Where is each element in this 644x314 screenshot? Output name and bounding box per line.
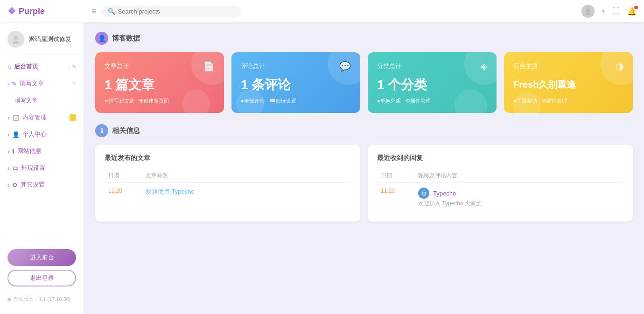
search-input[interactable] <box>118 8 235 15</box>
version-info: 当前版本：1.1 (17.10.30) <box>0 292 84 307</box>
related-info-header: ℹ 相关信息 <box>95 124 633 137</box>
sub-item-label: 撰写文章 <box>15 97 37 104</box>
card-icon: ◈ <box>480 61 487 72</box>
sidebar: 聚码屋测试修复 ⌂ 后台首页 ‹ ✎ › ✎ 撰写文章 <box>0 22 84 314</box>
related-info-title: 相关信息 <box>112 126 140 135</box>
comment-text: 欢迎加入 Typecho 大家族 <box>418 200 620 208</box>
col-date: 日期 <box>105 169 142 183</box>
content-icon: 📋 <box>12 114 20 121</box>
card-link-appearance[interactable]: ●更换外观 <box>377 98 401 105</box>
menu-icon[interactable]: ≡ <box>91 7 97 16</box>
edit-icon: ✎ <box>72 64 76 70</box>
stat-card-comments: 评论总计 💬 1 条评论 ●全部评论 📖阅读设置 <box>231 52 360 113</box>
card-icon: ◑ <box>616 61 623 72</box>
sidebar-item-label: 网站信息 <box>17 147 42 155</box>
sidebar-item-label: 个人中心 <box>22 130 47 139</box>
stat-card-categories: 分类总计 ◈ 1 个分类 ●更换外观 ⚙插件管理 <box>368 52 497 113</box>
main-content: 👤 博客数据 文章总计 📄 1 篇文章 ✏撰写新文章 ✚创建新页面 <box>84 22 644 314</box>
search-icon: 🔍 <box>108 8 115 15</box>
sidebar-item-label: 内容管理 <box>22 113 47 122</box>
app-name: Purple <box>19 7 45 16</box>
logout-button[interactable]: 退出登录 <box>7 270 76 286</box>
folder-icon: 🗂 <box>12 165 18 172</box>
card-value: Fresh久别重逢 <box>513 78 623 91</box>
sidebar-buttons: 进入前台 退出登录 <box>0 244 84 292</box>
badge-icon <box>70 114 76 121</box>
search-bar: 🔍 <box>101 6 241 17</box>
card-label: 分类总计 <box>377 62 401 70</box>
card-link-new-page[interactable]: ✚创建新页面 <box>139 98 169 105</box>
info-icon: ℹ <box>12 148 14 155</box>
sidebar-item-site[interactable]: ‹ ℹ 网站信息 <box>0 143 84 160</box>
sidebar-item-settings[interactable]: ‹ ⚙ 其它设置 <box>0 176 84 193</box>
home-icon: ⌂ <box>7 63 11 70</box>
sidebar-sub-item-write[interactable]: 撰写文章 <box>15 94 84 107</box>
chevron-icon: ‹ <box>7 181 9 188</box>
stat-card-articles: 文章总计 📄 1 篇文章 ✏撰写新文章 ✚创建新页面 <box>95 52 224 113</box>
profile-icon: 👤 <box>12 131 20 138</box>
gear-icon: ⚙ <box>12 181 18 188</box>
table-row: 11.20 ⏻ Typecho 欢迎加入 Typecho 大家族 <box>377 183 623 213</box>
card-label: 文章总计 <box>105 62 129 70</box>
chevron-icon: ‹ <box>7 165 9 172</box>
user-avatar <box>7 31 24 48</box>
svg-point-3 <box>12 41 20 44</box>
article-date: 11.20 <box>105 183 142 201</box>
sidebar-item-appearance[interactable]: ‹ 🗂 外观设置 <box>0 160 84 176</box>
lower-section: 最近发布的文章 日期 文章标题 11.20 欢迎使用 Typecho <box>95 145 633 222</box>
card-links: ●全部评论 📖阅读设置 <box>241 98 351 105</box>
col-title: 文章标题 <box>142 169 351 183</box>
col-date: 日期 <box>377 169 414 183</box>
recent-articles-title: 最近发布的文章 <box>105 154 351 162</box>
top-navigation: ❖ Purple ≡ 🔍 ▾ ⛶ 🔔 <box>0 0 644 22</box>
version-label: 当前版本：1.1 (17.10.30) <box>13 296 71 303</box>
svg-point-2 <box>14 36 18 41</box>
sidebar-item-label: 后台首页 <box>14 63 38 71</box>
related-info-icon: ℹ <box>95 124 108 137</box>
notification-badge <box>634 6 638 9</box>
sidebar-item-label: 外观设置 <box>21 164 45 172</box>
blog-data-title: 博客数据 <box>112 34 140 43</box>
card-label: 后台主题 <box>513 62 538 70</box>
card-links: ✏撰写新文章 ✚创建新页面 <box>105 98 215 105</box>
sidebar-user: 聚码屋测试修复 <box>0 22 84 55</box>
card-link-theme-help[interactable]: ●主题帮助 <box>513 98 537 105</box>
card-link-write[interactable]: ✏撰写新文章 <box>105 98 134 105</box>
recent-articles-table: 日期 文章标题 11.20 欢迎使用 Typecho <box>105 169 351 201</box>
comment-username[interactable]: Typecho <box>433 190 456 197</box>
sidebar-item-write[interactable]: › ✎ 撰写文章 ✎ <box>0 75 84 92</box>
avatar[interactable] <box>581 5 595 18</box>
sidebar-item-profile[interactable]: ‹ 👤 个人中心 <box>0 126 84 143</box>
logo-icon: ❖ <box>7 6 16 17</box>
layout: 聚码屋测试修复 ⌂ 后台首页 ‹ ✎ › ✎ 撰写文章 <box>0 22 644 314</box>
card-icon: 💬 <box>339 61 351 72</box>
article-title[interactable]: 欢迎使用 Typecho <box>142 183 351 201</box>
enter-frontend-button[interactable]: 进入前台 <box>7 249 76 266</box>
blog-data-icon: 👤 <box>95 32 108 45</box>
table-row: 11.20 欢迎使用 Typecho <box>105 183 351 201</box>
card-link-plugins[interactable]: ⚙插件管理 <box>406 98 431 105</box>
blog-data-header: 👤 博客数据 <box>95 32 633 45</box>
card-link-read-settings[interactable]: 📖阅读设置 <box>269 98 296 105</box>
card-links: ●更换外观 ⚙插件管理 <box>377 98 487 105</box>
sidebar-item-content[interactable]: ‹ 📋 内容管理 <box>0 109 84 126</box>
expand-icon[interactable]: ⛶ <box>612 7 620 15</box>
sidebar-subnav: 撰写文章 <box>0 92 84 109</box>
write-icon: ✎ <box>12 80 17 87</box>
recent-replies-table: 日期 昵称及评论内容 11.20 ⏻ Typecho <box>377 169 623 212</box>
chevron-icon: ‹ <box>7 148 9 155</box>
reply-date: 11.20 <box>377 183 414 213</box>
card-link-plugins[interactable]: ⚙插件管理 <box>542 98 567 105</box>
card-icon: 📄 <box>203 61 215 72</box>
svg-point-1 <box>585 13 591 15</box>
sidebar-item-label: 其它设置 <box>21 181 45 189</box>
recent-replies-title: 最近收到的回复 <box>377 154 623 162</box>
user-name: 聚码屋测试修复 <box>29 35 71 43</box>
card-link-all-comments[interactable]: ●全部评论 <box>241 98 265 105</box>
col-content: 昵称及评论内容 <box>414 169 623 183</box>
chevron-down-icon[interactable]: ▾ <box>602 8 605 14</box>
bell-icon[interactable]: 🔔 <box>627 7 637 16</box>
sidebar-item-dashboard[interactable]: ⌂ 后台首页 ‹ ✎ <box>0 58 84 75</box>
svg-point-0 <box>586 8 590 12</box>
card-label: 评论总计 <box>241 62 265 70</box>
